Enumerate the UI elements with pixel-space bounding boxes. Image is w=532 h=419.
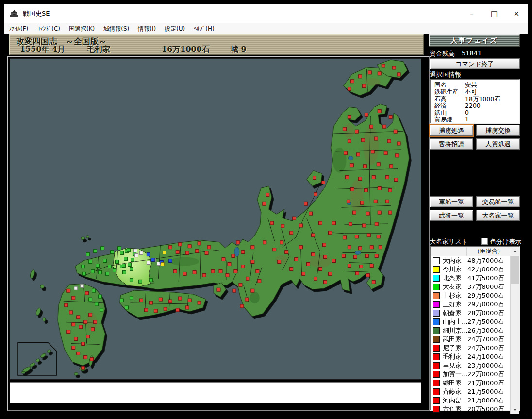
castle-marker[interactable]	[355, 235, 358, 238]
castle-marker[interactable]	[108, 265, 112, 268]
castle-marker[interactable]	[377, 235, 380, 238]
castle-marker[interactable]	[318, 221, 322, 225]
castle-marker[interactable]	[115, 260, 118, 263]
castle-marker[interactable]	[377, 163, 380, 166]
action-button-0[interactable]: 捕虜処遇	[430, 125, 473, 136]
castle-marker[interactable]	[266, 193, 269, 196]
castle-marker[interactable]	[89, 260, 92, 263]
castle-marker[interactable]	[101, 247, 104, 250]
castle-marker[interactable]	[368, 71, 371, 74]
castle-marker[interactable]	[355, 271, 359, 275]
menu-item-5[interactable]: 設定(U)	[160, 23, 189, 34]
castle-marker[interactable]	[370, 246, 373, 249]
colorize-checkbox[interactable]	[481, 238, 488, 245]
daimyo-row[interactable]: 織田家21万8000石	[431, 379, 510, 387]
castle-marker[interactable]	[342, 254, 345, 258]
list-button-1[interactable]: 交易船一覧	[476, 196, 520, 207]
castle-marker[interactable]	[219, 269, 222, 273]
menu-item-4[interactable]: 情報(I)	[133, 23, 160, 34]
castle-marker[interactable]	[92, 289, 96, 292]
castle-marker[interactable]	[94, 250, 97, 253]
castle-marker[interactable]	[89, 313, 92, 317]
castle-marker[interactable]	[173, 269, 177, 273]
castle-marker[interactable]	[350, 164, 353, 167]
castle-marker[interactable]	[65, 303, 68, 307]
castle-marker[interactable]	[352, 211, 356, 214]
castle-marker[interactable]	[193, 270, 196, 274]
castle-marker[interactable]	[211, 269, 215, 273]
castle-marker[interactable]	[302, 272, 305, 275]
castle-marker[interactable]	[168, 259, 172, 263]
castle-marker[interactable]	[82, 342, 85, 345]
castle-marker[interactable]	[348, 246, 351, 249]
castle-marker[interactable]	[99, 295, 102, 298]
castle-marker[interactable]	[323, 255, 327, 259]
castle-marker[interactable]	[67, 330, 70, 334]
castle-marker[interactable]	[120, 251, 123, 255]
castle-marker[interactable]	[82, 265, 85, 268]
castle-marker[interactable]	[138, 280, 142, 283]
castle-marker[interactable]	[256, 269, 259, 273]
castle-marker[interactable]	[84, 320, 87, 324]
castle-marker[interactable]	[139, 251, 143, 255]
action-button-3[interactable]: 人質処遇	[476, 138, 520, 150]
castle-marker[interactable]	[304, 202, 308, 205]
castle-marker[interactable]	[195, 250, 199, 253]
scrollbar-up-button[interactable]	[511, 247, 519, 255]
castle-marker[interactable]	[371, 150, 374, 153]
castle-marker[interactable]	[159, 298, 162, 301]
end-command-button[interactable]: コマンド終了	[430, 58, 520, 69]
castle-marker[interactable]	[312, 253, 315, 256]
castle-marker[interactable]	[314, 277, 317, 280]
castle-marker[interactable]	[176, 308, 179, 312]
list-button-0[interactable]: 軍船一覧	[430, 196, 473, 207]
castle-marker[interactable]	[127, 249, 130, 252]
castle-marker[interactable]	[134, 254, 138, 257]
castle-marker[interactable]	[163, 251, 166, 254]
castle-marker[interactable]	[307, 262, 310, 266]
castle-marker[interactable]	[378, 211, 381, 214]
castle-marker[interactable]	[106, 272, 109, 275]
castle-marker[interactable]	[164, 307, 167, 311]
castle-marker[interactable]	[356, 153, 360, 156]
castle-marker[interactable]	[365, 254, 368, 258]
menu-item-2[interactable]: 国選択(K)	[65, 23, 99, 34]
castle-marker[interactable]	[99, 270, 102, 274]
castle-marker[interactable]	[363, 165, 366, 168]
castle-marker[interactable]	[389, 165, 393, 168]
minimize-button[interactable]: –	[461, 4, 483, 23]
castle-marker[interactable]	[233, 289, 236, 292]
castle-marker[interactable]	[130, 296, 133, 300]
castle-marker[interactable]	[100, 308, 103, 312]
castle-marker[interactable]	[128, 263, 131, 266]
castle-marker[interactable]	[374, 200, 377, 203]
castle-marker[interactable]	[205, 251, 208, 255]
castle-marker[interactable]	[348, 139, 351, 143]
castle-marker[interactable]	[328, 231, 332, 235]
castle-marker[interactable]	[385, 200, 389, 203]
castle-marker[interactable]	[202, 273, 206, 277]
castle-marker[interactable]	[366, 273, 369, 277]
scrollbar-down-button[interactable]	[511, 406, 519, 414]
castle-marker[interactable]	[222, 258, 225, 261]
castle-marker[interactable]	[234, 269, 237, 273]
castle-marker[interactable]	[232, 254, 235, 258]
castle-marker[interactable]	[198, 301, 201, 304]
menu-item-0[interactable]: ﾌｧｲﾙ(F)	[4, 23, 33, 34]
menu-item-3[interactable]: 城情報(S)	[99, 23, 133, 34]
castle-marker[interactable]	[251, 260, 254, 263]
castle-marker[interactable]	[258, 279, 261, 283]
castle-marker[interactable]	[375, 222, 378, 226]
castle-marker[interactable]	[378, 72, 381, 75]
castle-marker[interactable]	[345, 176, 349, 179]
castle-marker[interactable]	[388, 188, 392, 192]
castle-marker[interactable]	[217, 288, 220, 291]
castle-marker[interactable]	[290, 267, 293, 270]
castle-marker[interactable]	[185, 306, 189, 309]
castle-marker[interactable]	[124, 257, 127, 261]
castle-marker[interactable]	[369, 125, 373, 128]
castle-marker[interactable]	[251, 289, 254, 292]
castle-marker[interactable]	[394, 130, 397, 133]
castle-marker[interactable]	[263, 202, 266, 205]
castle-marker[interactable]	[178, 297, 182, 300]
